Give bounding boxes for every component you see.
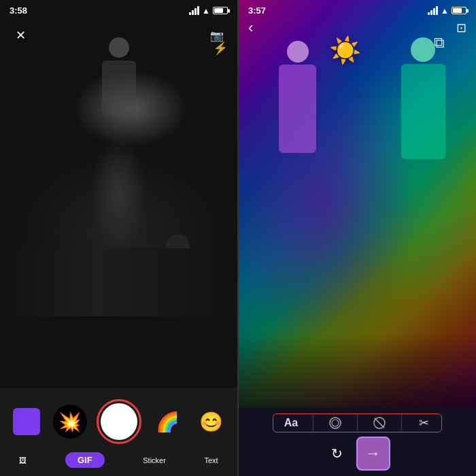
left-panel: 3:58 ▲ ✕ 📷 xyxy=(0,0,237,476)
draw-icon xyxy=(328,416,342,430)
crop-button[interactable]: ⊡ xyxy=(456,20,466,35)
tool-divider-2 xyxy=(357,415,358,431)
eraser-tool-button[interactable] xyxy=(369,413,390,432)
camera-button[interactable]: 📷 xyxy=(206,24,228,46)
tool-divider-3 xyxy=(401,415,402,431)
left-bottom-toolbar: 💥 🌈 😊 🖼 GIF Sticker Text xyxy=(0,388,237,476)
nav-gallery[interactable]: 🖼 xyxy=(19,456,27,464)
text-tool-button[interactable]: Aa xyxy=(280,413,302,432)
right-wifi-icon: ▲ xyxy=(441,6,449,16)
sticker-purple-square[interactable] xyxy=(10,405,44,439)
left-photo-area: ✕ 📷 ⚡ xyxy=(0,0,237,388)
svg-point-1 xyxy=(332,420,339,426)
nav-sticker[interactable]: Sticker xyxy=(143,456,166,464)
right-status-icons: ▲ xyxy=(428,6,466,16)
svg-line-3 xyxy=(375,418,384,428)
sticker-rainbow[interactable]: 🌈 xyxy=(151,405,185,439)
foreground-gradient xyxy=(239,333,476,408)
nav-text[interactable]: Text xyxy=(204,456,218,464)
scissors-tool-button[interactable]: ✂ xyxy=(413,413,435,432)
right-top-controls: ‹ ⊡ xyxy=(239,19,476,37)
sticker-smile[interactable]: 😊 xyxy=(194,405,228,439)
eraser-icon xyxy=(373,416,386,430)
sun-sticker[interactable]: ☀️ xyxy=(329,35,361,65)
right-panel: 3:57 ▲ ☀️ ⧉ xyxy=(239,0,476,476)
sticker-explosion[interactable]: 💥 xyxy=(53,405,87,439)
close-button[interactable]: ✕ xyxy=(10,24,31,46)
nav-gif-button[interactable]: GIF xyxy=(65,452,105,468)
right-status-bar: 3:57 ▲ xyxy=(239,0,476,18)
gallery-icon: 🖼 xyxy=(19,456,27,464)
capture-button-wrapper[interactable] xyxy=(97,399,141,444)
foreground-legs xyxy=(0,248,237,316)
tool-divider-1 xyxy=(313,415,313,431)
text-nav-label: Text xyxy=(204,456,218,464)
bottom-nav: 🖼 GIF Sticker Text xyxy=(0,449,237,471)
bottom-actions: ↻ → xyxy=(325,437,390,471)
back-button[interactable]: ‹ xyxy=(248,19,253,37)
right-signal-icon xyxy=(428,6,438,15)
right-bottom-toolbar: Aa ✂ ↻ → xyxy=(239,408,476,476)
right-photo-area: ☀️ ⧉ ‹ ⊡ xyxy=(239,0,476,408)
right-performer-figure xyxy=(389,37,457,159)
right-time: 3:57 xyxy=(248,5,266,16)
left-performer-figure xyxy=(267,41,328,153)
guitarist-silhouette xyxy=(102,37,136,115)
next-button[interactable]: → xyxy=(356,437,390,471)
sticker-row: 💥 🌈 😊 xyxy=(10,392,228,449)
sticker-nav-label: Sticker xyxy=(143,456,166,464)
draw-tool-button[interactable] xyxy=(324,413,346,432)
left-top-controls: ✕ 📷 xyxy=(0,5,237,46)
right-battery-icon xyxy=(452,7,466,14)
redo-button[interactable]: ↻ xyxy=(325,441,350,466)
tools-row: Aa ✂ xyxy=(273,413,442,432)
